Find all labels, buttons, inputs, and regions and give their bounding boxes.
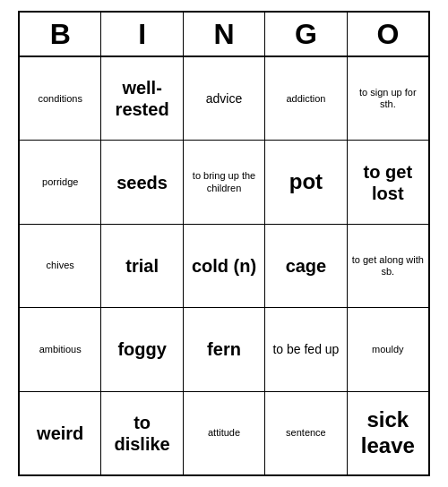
cell-text-1-2: to bring up the children	[187, 170, 261, 193]
bingo-cell-0-1: well-rested	[101, 57, 183, 140]
cell-text-4-2: attitude	[208, 427, 240, 439]
bingo-row-4: weirdto dislikeattitudesentencesick leav…	[20, 391, 428, 474]
cell-text-4-0: weird	[37, 423, 83, 444]
bingo-grid: conditionswell-restedadviceaddictionto s…	[20, 57, 428, 474]
bingo-card: BINGO conditionswell-restedadviceaddicti…	[18, 11, 430, 476]
cell-text-0-4: to sign up for sth.	[351, 87, 425, 110]
bingo-row-3: ambitiousfoggyfernto be fed upmouldy	[20, 307, 428, 390]
header-letter-b: B	[20, 13, 101, 56]
bingo-cell-4-0: weird	[20, 392, 101, 474]
header-letter-g: G	[265, 13, 347, 56]
cell-text-2-1: trial	[125, 255, 159, 277]
bingo-row-2: chivestrialcold (n)cageto get along with…	[20, 224, 428, 307]
cell-text-3-3: to be fed up	[272, 342, 339, 357]
bingo-cell-1-2: to bring up the children	[184, 141, 265, 223]
bingo-row-1: porridgeseedsto bring up the childrenpot…	[20, 140, 428, 223]
bingo-cell-2-3: cage	[265, 225, 347, 307]
bingo-cell-2-4: to get along with sb.	[348, 225, 428, 307]
cell-text-2-3: cage	[286, 255, 327, 277]
bingo-header: BINGO	[20, 13, 428, 57]
bingo-cell-3-2: fern	[184, 308, 265, 390]
bingo-cell-1-1: seeds	[101, 141, 183, 223]
bingo-cell-4-1: to dislike	[101, 392, 183, 474]
header-letter-n: N	[184, 13, 265, 56]
bingo-row-0: conditionswell-restedadviceaddictionto s…	[20, 57, 428, 140]
cell-text-1-0: porridge	[42, 176, 78, 188]
cell-text-0-3: addiction	[286, 93, 325, 105]
bingo-cell-1-4: to get lost	[348, 141, 428, 223]
bingo-cell-4-2: attitude	[184, 392, 265, 474]
bingo-cell-3-4: mouldy	[348, 308, 428, 390]
cell-text-2-0: chives	[47, 260, 74, 271]
cell-text-4-3: sentence	[286, 427, 326, 439]
cell-text-3-4: mouldy	[372, 344, 403, 355]
bingo-cell-2-2: cold (n)	[184, 225, 265, 307]
cell-text-3-0: ambitious	[39, 344, 82, 355]
cell-text-1-3: pot	[289, 169, 323, 195]
cell-text-4-4: sick leave	[351, 407, 425, 459]
bingo-cell-3-0: ambitious	[20, 308, 101, 390]
cell-text-4-1: to dislike	[105, 412, 178, 455]
bingo-cell-0-3: addiction	[265, 57, 347, 140]
bingo-cell-3-3: to be fed up	[265, 308, 347, 390]
cell-text-3-1: foggy	[117, 338, 166, 360]
bingo-cell-0-2: advice	[184, 57, 265, 140]
header-letter-o: O	[348, 13, 428, 56]
cell-text-0-1: well-rested	[105, 77, 178, 120]
bingo-cell-4-4: sick leave	[348, 392, 428, 474]
cell-text-1-1: seeds	[116, 172, 168, 193]
bingo-cell-0-4: to sign up for sth.	[348, 57, 428, 140]
bingo-cell-2-1: trial	[101, 225, 183, 307]
cell-text-1-4: to get lost	[351, 161, 425, 204]
bingo-cell-4-3: sentence	[265, 392, 347, 474]
cell-text-0-2: advice	[206, 91, 242, 107]
bingo-cell-0-0: conditions	[20, 57, 101, 140]
cell-text-2-2: cold (n)	[192, 255, 256, 277]
cell-text-3-2: fern	[207, 338, 241, 360]
cell-text-2-4: to get along with sb.	[351, 254, 425, 278]
bingo-cell-1-3: pot	[265, 141, 347, 223]
cell-text-0-0: conditions	[38, 93, 82, 105]
bingo-cell-3-1: foggy	[101, 308, 183, 390]
header-letter-i: I	[101, 13, 183, 56]
bingo-cell-2-0: chives	[20, 225, 101, 307]
bingo-cell-1-0: porridge	[20, 141, 101, 223]
